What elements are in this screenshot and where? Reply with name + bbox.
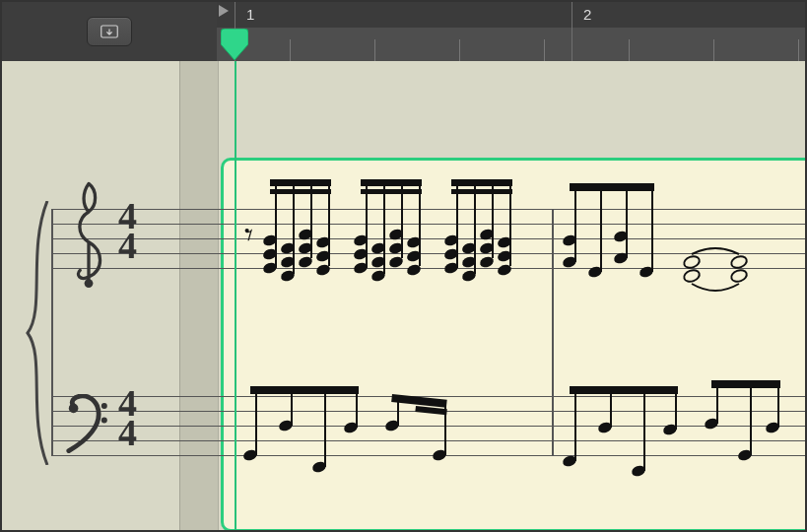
barline: [51, 209, 53, 455]
svg-point-1: [85, 279, 94, 288]
grand-staff-brace-icon: [26, 201, 53, 465]
ruler-tick: [798, 39, 799, 61]
ruler-tick: [290, 39, 291, 61]
ruler-tick: [629, 39, 630, 61]
track-header-divider: [179, 61, 219, 530]
time-signature-bass: 44: [118, 388, 137, 447]
score-area[interactable]: 4/4 44 44 𝄾: [2, 61, 805, 530]
bass-clef-icon: [63, 394, 112, 453]
bar-label-1: 1: [246, 6, 254, 23]
bar-label-2: 2: [583, 6, 591, 23]
treble-clef-icon: [61, 179, 116, 288]
svg-point-4: [101, 417, 107, 423]
playhead-line[interactable]: [235, 61, 236, 530]
top-toolbar: 1 2: [2, 2, 805, 61]
ruler-tick: [374, 39, 375, 61]
catch-playhead-button[interactable]: [87, 17, 132, 46]
time-signature-treble: 4/4 44: [118, 201, 137, 260]
ruler-tick: [459, 39, 460, 61]
treble-staff: [51, 209, 805, 269]
ruler-tick: [544, 39, 545, 61]
timeline-ruler[interactable]: 1 2: [217, 2, 805, 61]
toolbar-left: [2, 2, 217, 61]
svg-point-2: [69, 404, 79, 414]
ruler-tick: [713, 39, 714, 61]
bass-staff: [51, 396, 805, 456]
barline: [552, 209, 554, 455]
ruler-tick: [572, 2, 572, 61]
svg-point-3: [101, 403, 107, 409]
